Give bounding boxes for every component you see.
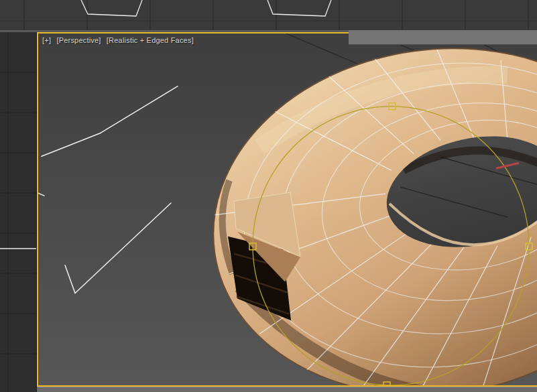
- viewport-left-partial[interactable]: [0, 32, 37, 392]
- top-viewport-canvas: [0, 0, 537, 30]
- viewport-splitter-bottom[interactable]: [37, 387, 537, 392]
- viewport-menu-general[interactable]: [+]: [42, 36, 51, 44]
- viewport-menu-pov[interactable]: [Perspective]: [56, 36, 101, 44]
- scene-canvas[interactable]: [38, 34, 537, 385]
- left-viewport-canvas: [0, 32, 36, 392]
- max-viewport-workspace: [+] [Perspective] [Realistic + Edged Fac…: [0, 0, 537, 392]
- viewport-perspective-active[interactable]: [+] [Perspective] [Realistic + Edged Fac…: [37, 32, 537, 387]
- left-viewport-background: [0, 32, 36, 392]
- viewport-label: [+] [Perspective] [Realistic + Edged Fac…: [42, 36, 197, 44]
- viewport-menu-shading[interactable]: [Realistic + Edged Faces]: [107, 36, 194, 44]
- top-viewport-background: [0, 0, 537, 30]
- panel-fragment-top-right: [349, 30, 537, 45]
- viewport-top-partial[interactable]: [0, 0, 537, 30]
